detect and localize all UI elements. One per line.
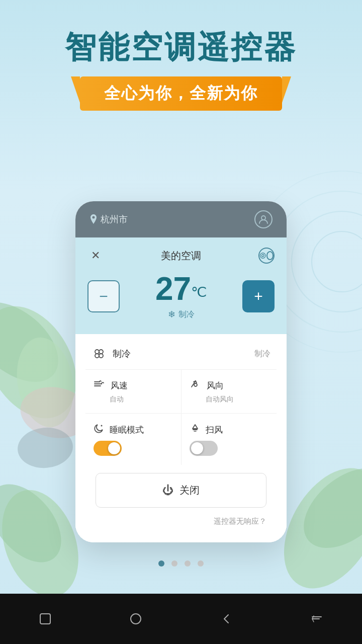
plus-label: + — [254, 288, 263, 305]
svg-point-19 — [99, 354, 103, 358]
minus-label: − — [99, 288, 108, 305]
temp-control: − 27℃ ❄ 制冷 + — [87, 273, 275, 320]
dot-1[interactable] — [158, 560, 164, 567]
moon-svg — [94, 423, 105, 434]
grid-row-1: 风速 自动 — [85, 370, 277, 413]
temp-value: 27 — [155, 271, 191, 307]
mode-left: 制冷 — [92, 346, 131, 361]
ac-name: 美的空调 — [161, 249, 201, 263]
sweep-knob — [191, 442, 203, 454]
sweep-cell[interactable]: 扫风 — [182, 414, 277, 465]
controls-grid-wrap: 风速 自动 — [85, 370, 277, 465]
wind-direction-cell[interactable]: 风向 自动风向 — [182, 370, 277, 413]
settings-svg — [259, 251, 266, 260]
temp-display: 27℃ ❄ 制冷 — [155, 273, 207, 320]
svg-point-22 — [101, 425, 103, 427]
nav-home-button[interactable] — [121, 604, 151, 634]
svg-point-14 — [260, 253, 266, 259]
settings-section: 制冷 制冷 — [75, 334, 287, 542]
sweep-header: 扫风 — [190, 423, 223, 437]
subtitle-banner: 全心为你，全新为你 — [80, 76, 282, 111]
nav-square-button[interactable] — [30, 604, 60, 634]
dot-3[interactable] — [185, 560, 191, 567]
sweep-toggle[interactable] — [190, 441, 218, 456]
power-label: 关闭 — [179, 484, 200, 497]
phone-container: 杭州市 ✕ 美的空调 — [0, 191, 362, 552]
wind-speed-value: 自动 — [110, 395, 173, 404]
temp-increase-button[interactable]: + — [242, 280, 275, 312]
wind-dir-header: 风向 — [190, 379, 269, 392]
menu-icon — [310, 612, 324, 626]
phone-header: 杭州市 — [75, 201, 287, 237]
grid-row-2: 睡眠模式 — [85, 414, 277, 465]
sweep-icon — [190, 423, 201, 437]
svg-point-21 — [194, 383, 197, 386]
sweep-toggle-left: 扫风 — [190, 423, 223, 456]
circle-icon — [129, 612, 143, 626]
sleep-icon — [94, 423, 105, 437]
settings-button[interactable] — [258, 248, 275, 264]
user-icon[interactable] — [254, 210, 273, 228]
mode-svg — [93, 347, 106, 360]
temp-unit: ℃ — [191, 284, 207, 300]
mode-icon — [92, 346, 107, 361]
no-response-label: 遥控器无响应？ — [214, 517, 266, 525]
ac-panel: ✕ 美的空调 − — [75, 237, 287, 542]
user-svg — [258, 214, 268, 224]
mode-current-value: 制冷 — [254, 349, 270, 359]
ac-top-section: ✕ 美的空调 − — [75, 237, 287, 334]
sleep-toggle-left: 睡眠模式 — [94, 423, 144, 456]
svg-point-16 — [95, 350, 99, 354]
temp-mode: ❄ 制冷 — [155, 309, 207, 320]
subtitle-text: 全心为你，全新为你 — [104, 84, 258, 102]
wind-speed-header: 风速 — [94, 379, 173, 392]
wind-dir-value: 自动风向 — [206, 395, 269, 404]
no-response-text[interactable]: 遥控器无响应？ — [85, 512, 277, 534]
wind-dir-icon — [190, 379, 202, 392]
title-section: 智能空调遥控器 全心为你，全新为你 — [0, 0, 362, 191]
phone-mockup: 杭州市 ✕ 美的空调 — [75, 201, 287, 542]
location-area: 杭州市 — [89, 213, 128, 225]
main-content: 智能空调遥控器 全心为你，全新为你 杭州市 — [0, 0, 362, 644]
back-icon — [219, 612, 233, 626]
wind-dir-label: 风向 — [207, 380, 224, 391]
wind-speed-label: 风速 — [111, 380, 128, 391]
wind-speed-icon — [94, 379, 106, 392]
sleep-toggle[interactable] — [94, 441, 122, 456]
app-title: 智能空调遥控器 — [65, 30, 297, 64]
close-button[interactable]: ✕ — [87, 248, 104, 264]
square-icon — [38, 612, 52, 626]
sweep-svg — [190, 423, 201, 434]
wind-dir-svg — [190, 379, 202, 389]
nav-menu-button[interactable] — [302, 604, 332, 634]
mode-text: 制冷 — [113, 348, 131, 360]
wind-speed-cell[interactable]: 风速 自动 — [85, 370, 181, 413]
sleep-label: 睡眠模式 — [110, 424, 144, 436]
nav-back-button[interactable] — [211, 604, 241, 634]
dot-2[interactable] — [171, 560, 177, 567]
bottom-navigation — [0, 594, 362, 644]
svg-point-24 — [131, 614, 141, 624]
pagination — [158, 552, 204, 579]
power-icon: ⏻ — [162, 484, 173, 497]
svg-point-17 — [99, 350, 103, 354]
dot-4[interactable] — [198, 560, 204, 567]
svg-rect-23 — [40, 614, 50, 624]
mode-row[interactable]: 制冷 制冷 — [85, 338, 277, 370]
location-icon — [89, 214, 98, 224]
svg-point-13 — [261, 216, 265, 220]
power-section: ⏻ 关闭 — [85, 465, 277, 512]
svg-point-18 — [95, 354, 99, 358]
wind-svg — [94, 379, 106, 389]
mode-label: 制冷 — [178, 309, 195, 320]
svg-point-15 — [262, 255, 264, 257]
sleep-header: 睡眠模式 — [94, 423, 144, 437]
sweep-label: 扫风 — [206, 424, 223, 436]
sleep-mode-cell[interactable]: 睡眠模式 — [85, 414, 181, 465]
sleep-knob — [108, 442, 120, 454]
snowflake-icon: ❄ — [168, 309, 175, 320]
ac-title-row: ✕ 美的空调 — [87, 248, 275, 264]
location-text: 杭州市 — [101, 213, 128, 225]
temp-decrease-button[interactable]: − — [87, 280, 120, 312]
power-button[interactable]: ⏻ 关闭 — [96, 473, 266, 508]
